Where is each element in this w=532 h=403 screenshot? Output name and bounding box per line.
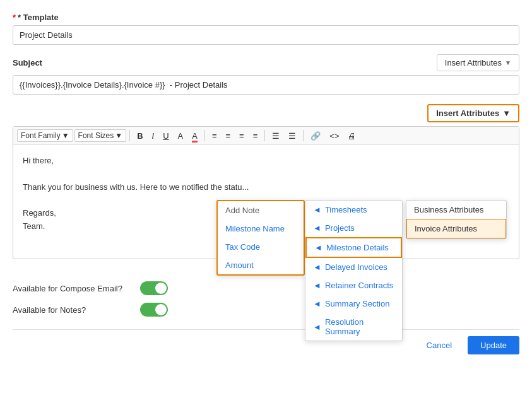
notes-slider (140, 303, 168, 317)
page-container: ** Template Subject Insert Attributes ▼ … (0, 0, 532, 403)
template-label: ** Template (13, 13, 519, 22)
cancel-button[interactable]: Cancel (417, 336, 461, 354)
submenu-panel: ◄ Timesheets ◄ Projects ◄ Milestone Deta… (305, 200, 403, 341)
subject-input[interactable] (13, 75, 519, 95)
compose-email-slider (140, 281, 168, 295)
timesheets-label: Timesheets (325, 205, 367, 214)
summary-section-label: Summary Section (325, 299, 390, 308)
business-attrs-item[interactable]: Business Attributes (406, 201, 506, 219)
subject-section: Subject Insert Attributes ▼ (13, 54, 519, 95)
invoice-attrs-item[interactable]: Invoice Attributes (406, 219, 506, 238)
notes-label: Available for Notes? (13, 305, 133, 315)
toolbar-sep2 (204, 130, 205, 141)
milestone-name-item[interactable]: Milestone Name (218, 219, 304, 238)
toolbar-sep1 (129, 130, 130, 141)
projects-item[interactable]: ◄ Projects (305, 219, 402, 237)
update-button[interactable]: Update (468, 336, 519, 354)
tax-code-item[interactable]: Tax Code (218, 238, 304, 256)
insert-attributes-subject-arrow: ▼ (505, 59, 511, 66)
insert-attributes-editor-arrow: ▼ (502, 108, 511, 118)
toolbar-sep4 (303, 130, 304, 141)
editor-line2: Thank you for business with us. Here to … (23, 181, 509, 194)
underline-button[interactable]: U (159, 130, 172, 142)
dropdown-overlay: Add Note Milestone Name Tax Code Amount … (406, 200, 507, 239)
summary-section-item[interactable]: ◄ Summary Section (305, 295, 402, 313)
font-sizes-label: Font Sizes (78, 131, 114, 140)
delayed-invoices-chevron: ◄ (313, 262, 321, 272)
font-color-button[interactable]: A (174, 130, 187, 142)
ol-button[interactable]: ☰ (285, 130, 300, 142)
compose-email-row: Available for Compose Email? (13, 281, 519, 295)
code-button[interactable]: <> (326, 130, 343, 142)
retainer-contracts-item[interactable]: ◄ Retainer Contracts (305, 276, 402, 295)
print-button[interactable]: 🖨 (344, 130, 360, 142)
delayed-invoices-label: Delayed Invoices (325, 262, 387, 272)
resolution-summary-label: Resolution Summary (325, 317, 394, 336)
italic-button[interactable]: I (148, 130, 158, 142)
template-section: ** Template (13, 13, 519, 45)
add-note-submenu: Add Note Milestone Name Tax Code Amount (216, 200, 305, 276)
insert-attributes-subject-button[interactable]: Insert Attributes ▼ (437, 54, 519, 71)
font-family-label: Font Family (21, 131, 61, 140)
ul-button[interactable]: ☰ (268, 130, 283, 142)
highlight-button[interactable]: A (188, 130, 201, 142)
insert-attributes-editor-button[interactable]: Insert Attributes ▼ (427, 104, 519, 122)
amount-item[interactable]: Amount (218, 256, 304, 274)
subject-row: Subject Insert Attributes ▼ (13, 54, 519, 71)
align-right-button[interactable]: ≡ (235, 130, 248, 142)
action-buttons: Cancel Update (13, 329, 519, 354)
bottom-section: Available for Compose Email? Available f… (13, 272, 519, 317)
timesheets-item[interactable]: ◄ Timesheets (305, 201, 402, 219)
resolution-summary-chevron: ◄ (313, 322, 321, 332)
notes-row: Available for Notes? (13, 303, 519, 317)
insert-attr-row: Insert Attributes ▼ (13, 104, 519, 122)
notes-toggle[interactable] (140, 303, 168, 317)
font-family-dropdown[interactable]: Font Family ▼ (17, 129, 73, 142)
retainer-chevron: ◄ (313, 281, 321, 290)
editor-line1: Hi there, (23, 155, 509, 168)
invoice-attrs-label: Invoice Attributes (415, 224, 477, 233)
align-center-button[interactable]: ≡ (222, 130, 235, 142)
timesheets-chevron: ◄ (313, 205, 321, 214)
retainer-label: Retainer Contracts (325, 281, 393, 290)
font-sizes-arrow: ▼ (115, 131, 122, 140)
add-note-header[interactable]: Add Note (218, 201, 304, 219)
resolution-summary-item[interactable]: ◄ Resolution Summary (305, 313, 402, 341)
main-dropdown: Add Note Milestone Name Tax Code Amount … (406, 200, 507, 239)
toolbar-sep3 (264, 130, 265, 141)
compose-email-label: Available for Compose Email? (13, 284, 133, 293)
template-input[interactable] (13, 25, 519, 45)
align-justify-button[interactable]: ≡ (249, 130, 262, 142)
submenu-container: ◄ Timesheets ◄ Projects ◄ Milestone Deta… (305, 200, 403, 341)
projects-chevron: ◄ (313, 223, 321, 233)
bold-button[interactable]: B (133, 130, 146, 142)
link-button[interactable]: 🔗 (307, 130, 324, 142)
milestone-details-chevron: ◄ (314, 243, 322, 252)
milestone-details-label: Milestone Details (326, 243, 389, 252)
insert-attributes-subject-label: Insert Attributes (445, 58, 502, 67)
editor-toolbar: Font Family ▼ Font Sizes ▼ B I U A A ≡ ≡… (13, 127, 519, 145)
summary-section-chevron: ◄ (313, 299, 321, 308)
font-sizes-dropdown[interactable]: Font Sizes ▼ (74, 129, 127, 142)
font-family-arrow: ▼ (62, 131, 69, 140)
insert-attributes-editor-label: Insert Attributes (436, 108, 499, 118)
milestone-details-item[interactable]: ◄ Milestone Details (305, 237, 402, 258)
delayed-invoices-item[interactable]: ◄ Delayed Invoices (305, 258, 402, 276)
dropdown-panel: Business Attributes Invoice Attributes (406, 200, 507, 239)
subject-label: Subject (13, 58, 42, 67)
projects-label: Projects (325, 223, 355, 233)
editor-wrapper: Insert Attributes ▼ Font Family ▼ Font S… (13, 104, 519, 259)
required-star: * (13, 13, 16, 22)
compose-email-toggle[interactable] (140, 281, 168, 295)
align-left-button[interactable]: ≡ (208, 130, 221, 142)
business-attrs-label: Business Attributes (414, 205, 484, 214)
